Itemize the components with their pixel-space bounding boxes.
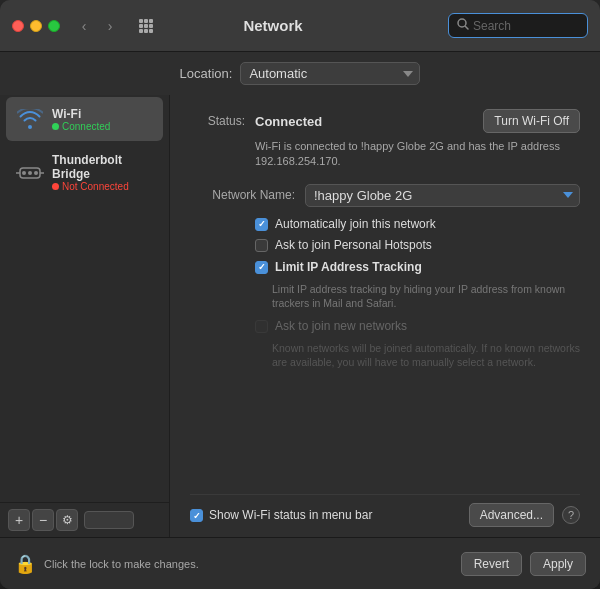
search-icon xyxy=(457,18,469,33)
show-wifi-checkbox[interactable]: ✓ xyxy=(190,509,203,522)
turn-wifi-off-button[interactable]: Turn Wi-Fi Off xyxy=(483,109,580,133)
window: ‹ › Network xyxy=(0,0,600,589)
traffic-lights xyxy=(12,20,60,32)
thunderbolt-name: Thunderbolt Bridge xyxy=(52,153,153,181)
help-button[interactable]: ? xyxy=(562,506,580,524)
bottom-bar: 🔒 Click the lock to make changes. Revert… xyxy=(0,537,600,589)
status-description: Wi-Fi is connected to !happy Globe 2G an… xyxy=(255,139,580,170)
sidebar-item-thunderbolt[interactable]: Thunderbolt Bridge Not Connected xyxy=(6,145,163,200)
personal-hotspot-label: Ask to join Personal Hotspots xyxy=(275,238,432,254)
sidebar: Wi-Fi Connected xyxy=(0,95,170,537)
limit-ip-row: ✓ Limit IP Address Tracking xyxy=(255,260,580,276)
show-wifi-checkmark: ✓ xyxy=(193,511,201,521)
thunderbolt-icon xyxy=(16,159,44,187)
advanced-button[interactable]: Advanced... xyxy=(469,503,554,527)
sidebar-bottom: + − ⚙ xyxy=(0,502,169,537)
svg-point-9 xyxy=(458,19,466,27)
back-button[interactable]: ‹ xyxy=(72,14,96,38)
join-new-checkbox[interactable] xyxy=(255,320,268,333)
sidebar-item-wifi[interactable]: Wi-Fi Connected xyxy=(6,97,163,141)
checkmark-icon: ✓ xyxy=(258,219,266,229)
location-bar: Location: Automatic xyxy=(0,52,600,95)
network-name-label: Network Name: xyxy=(190,188,295,202)
page-title: Network xyxy=(106,17,440,34)
personal-hotspot-row: Ask to join Personal Hotspots xyxy=(255,238,580,254)
thunderbolt-status-dot xyxy=(52,183,59,190)
auto-join-row: ✓ Automatically join this network xyxy=(255,217,580,233)
search-input[interactable] xyxy=(473,19,579,33)
search-box[interactable] xyxy=(448,13,588,38)
join-new-desc: Known networks will be joined automatica… xyxy=(272,341,580,370)
content: Location: Automatic xyxy=(0,52,600,537)
remove-network-button[interactable]: − xyxy=(32,509,54,531)
status-row: Status: Connected Turn Wi-Fi Off xyxy=(190,109,580,133)
thunderbolt-info: Thunderbolt Bridge Not Connected xyxy=(52,153,153,192)
svg-line-10 xyxy=(466,27,469,30)
limit-ip-checkbox[interactable]: ✓ xyxy=(255,261,268,274)
titlebar: ‹ › Network xyxy=(0,0,600,52)
lock-text: Click the lock to make changes. xyxy=(44,558,453,570)
network-name-row: Network Name: !happy Globe 2G xyxy=(190,184,580,207)
apply-button[interactable]: Apply xyxy=(530,552,586,576)
add-network-button[interactable]: + xyxy=(8,509,30,531)
network-name-select[interactable]: !happy Globe 2G xyxy=(305,184,580,207)
wifi-icon xyxy=(16,105,44,133)
wifi-status-text: Connected xyxy=(62,121,110,132)
join-new-label: Ask to join new networks xyxy=(275,319,407,335)
join-new-row: Ask to join new networks xyxy=(255,319,580,335)
svg-point-15 xyxy=(28,171,32,175)
minimize-button[interactable] xyxy=(30,20,42,32)
show-wifi-label: Show Wi-Fi status in menu bar xyxy=(209,508,372,522)
location-select[interactable]: Automatic xyxy=(240,62,420,85)
wifi-status-dot xyxy=(52,123,59,130)
sidebar-drag-handle xyxy=(84,511,134,529)
auto-join-checkbox[interactable]: ✓ xyxy=(255,218,268,231)
show-wifi-bar: ✓ Show Wi-Fi status in menu bar Advanced… xyxy=(190,494,580,527)
location-label: Location: xyxy=(180,66,233,81)
wifi-info: Wi-Fi Connected xyxy=(52,107,110,132)
svg-point-14 xyxy=(22,171,26,175)
status-value: Connected xyxy=(255,114,322,129)
detail-inner: Status: Connected Turn Wi-Fi Off Wi-Fi i… xyxy=(190,109,580,527)
limit-ip-desc: Limit IP address tracking by hiding your… xyxy=(272,282,580,311)
thunderbolt-status-text: Not Connected xyxy=(62,181,129,192)
detail-pane: Status: Connected Turn Wi-Fi Off Wi-Fi i… xyxy=(170,95,600,537)
main-panel: Wi-Fi Connected xyxy=(0,95,600,537)
personal-hotspot-checkbox[interactable] xyxy=(255,239,268,252)
auto-join-label: Automatically join this network xyxy=(275,217,436,233)
checkmark-icon2: ✓ xyxy=(258,262,266,272)
close-button[interactable] xyxy=(12,20,24,32)
show-wifi-left: ✓ Show Wi-Fi status in menu bar xyxy=(190,508,461,522)
status-label: Status: xyxy=(190,114,245,128)
lock-icon[interactable]: 🔒 xyxy=(14,553,36,575)
revert-button[interactable]: Revert xyxy=(461,552,522,576)
wifi-status: Connected xyxy=(52,121,110,132)
maximize-button[interactable] xyxy=(48,20,60,32)
limit-ip-label: Limit IP Address Tracking xyxy=(275,260,422,276)
action-network-button[interactable]: ⚙ xyxy=(56,509,78,531)
thunderbolt-status: Not Connected xyxy=(52,181,153,192)
svg-point-16 xyxy=(34,171,38,175)
wifi-name: Wi-Fi xyxy=(52,107,110,121)
